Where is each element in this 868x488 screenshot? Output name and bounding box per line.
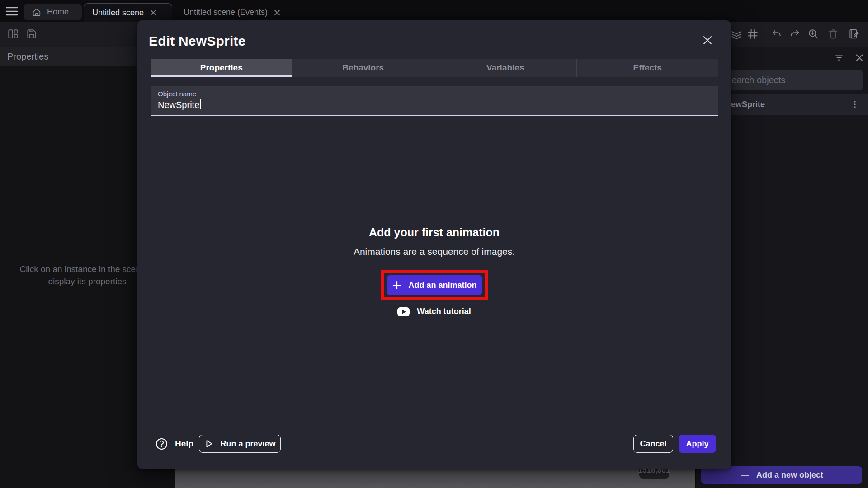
tab-home-label: Home bbox=[47, 7, 69, 17]
tab-variables-label: Variables bbox=[486, 63, 524, 73]
tab-behaviors[interactable]: Behaviors bbox=[292, 59, 434, 77]
close-tab-icon[interactable] bbox=[149, 9, 157, 17]
apply-button[interactable]: Apply bbox=[679, 435, 716, 453]
add-animation-label: Add an animation bbox=[408, 281, 476, 290]
home-icon bbox=[32, 7, 42, 17]
scene-edit-icon[interactable] bbox=[848, 28, 860, 40]
app-root: Home Untitled scene Untitled scene (Even… bbox=[0, 0, 868, 488]
tab-scene-label: Untitled scene bbox=[92, 8, 144, 18]
dialog-tabs: Properties Behaviors Variables Effects bbox=[151, 59, 718, 77]
tab-home[interactable]: Home bbox=[24, 4, 82, 20]
apply-label: Apply bbox=[686, 439, 708, 448]
add-new-object-label: Add a new object bbox=[756, 470, 823, 480]
tab-events-label: Untitled scene (Events) bbox=[184, 8, 268, 17]
tab-untitled-scene-events[interactable]: Untitled scene (Events) bbox=[175, 3, 300, 22]
tab-variables[interactable]: Variables bbox=[434, 59, 576, 77]
cancel-button[interactable]: Cancel bbox=[633, 435, 673, 453]
edit-object-dialog: Edit NewSprite Properties Behaviors Vari… bbox=[137, 20, 731, 469]
text-cursor bbox=[200, 99, 201, 109]
empty-state-subtitle: Animations are a sequence of images. bbox=[137, 246, 731, 257]
play-icon bbox=[204, 439, 214, 449]
tab-properties-label: Properties bbox=[200, 63, 243, 73]
empty-state-heading: Add your first animation bbox=[137, 226, 731, 239]
object-menu-dots-icon[interactable] bbox=[850, 99, 860, 109]
properties-panel-title: Properties bbox=[7, 52, 48, 62]
help-label: Help bbox=[175, 439, 193, 449]
animations-empty-state: Add your first animation Animations are … bbox=[137, 226, 731, 316]
trash-icon[interactable] bbox=[827, 28, 839, 40]
close-panel-icon[interactable] bbox=[854, 53, 864, 63]
object-name-field-label: Object name bbox=[158, 90, 711, 98]
run-preview-label: Run a preview bbox=[220, 439, 275, 449]
run-preview-button[interactable]: Run a preview bbox=[199, 435, 281, 453]
add-animation-button[interactable]: Add an animation bbox=[387, 275, 482, 295]
dialog-title: Edit NewSprite bbox=[149, 33, 246, 49]
grid-icon[interactable] bbox=[747, 28, 759, 40]
help-button[interactable]: Help bbox=[156, 435, 193, 453]
panel-layout-icon[interactable] bbox=[7, 28, 19, 40]
red-highlight-annotation: Add an animation bbox=[381, 270, 488, 300]
cancel-label: Cancel bbox=[640, 439, 666, 449]
tab-effects[interactable]: Effects bbox=[576, 59, 719, 77]
watch-tutorial-link[interactable]: Watch tutorial bbox=[137, 307, 731, 316]
dialog-footer: Help Run a preview Cancel Apply bbox=[137, 435, 731, 453]
save-icon[interactable] bbox=[26, 28, 38, 40]
object-name-field-value: NewSprite bbox=[158, 100, 199, 110]
question-circle-icon bbox=[156, 438, 168, 450]
zoom-in-icon[interactable] bbox=[807, 28, 819, 40]
layers-icon[interactable] bbox=[731, 28, 742, 40]
undo-icon[interactable] bbox=[771, 28, 783, 40]
watch-tutorial-label: Watch tutorial bbox=[417, 307, 471, 316]
toolbar-separator bbox=[843, 26, 843, 42]
redo-icon[interactable] bbox=[789, 28, 801, 40]
object-name-field[interactable]: Object name NewSprite bbox=[151, 86, 718, 116]
hamburger-menu-icon[interactable] bbox=[5, 5, 18, 17]
plus-icon bbox=[392, 280, 402, 291]
tab-bar: Home Untitled scene Untitled scene (Even… bbox=[0, 0, 868, 22]
filter-icon[interactable] bbox=[834, 53, 844, 63]
toolbar-separator bbox=[764, 26, 764, 42]
tab-untitled-scene[interactable]: Untitled scene bbox=[84, 3, 172, 22]
youtube-play-icon bbox=[397, 307, 410, 316]
tab-effects-label: Effects bbox=[633, 63, 662, 73]
close-dialog-icon[interactable] bbox=[702, 34, 713, 46]
close-tab-icon[interactable] bbox=[273, 9, 281, 17]
tab-behaviors-label: Behaviors bbox=[342, 63, 384, 73]
tab-properties[interactable]: Properties bbox=[151, 59, 292, 77]
plus-icon bbox=[740, 470, 750, 480]
object-name-label: NewSprite bbox=[725, 100, 765, 109]
